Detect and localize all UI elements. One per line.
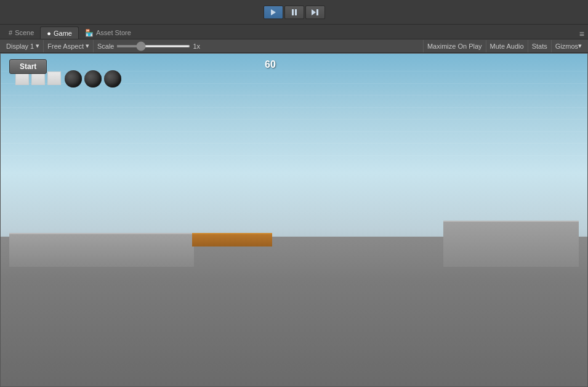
asset-store-tab-label: Asset Store (96, 29, 131, 36)
svg-rect-2 (295, 9, 297, 15)
maximize-on-play-button[interactable]: Maximize On Play (423, 40, 486, 52)
platform-left (9, 233, 194, 267)
scale-slider[interactable] (116, 45, 190, 47)
svg-rect-4 (316, 9, 318, 15)
svg-rect-1 (292, 9, 294, 15)
asset-store-tab-icon: 🏪 (85, 29, 94, 37)
scale-value: 1x (193, 43, 200, 50)
stats-label: Stats (532, 43, 547, 50)
display-selector[interactable]: Display 1 ▾ (2, 40, 44, 52)
mute-label: Mute Audio (490, 43, 524, 50)
ball-1 (65, 70, 82, 88)
play-button[interactable] (264, 6, 283, 19)
stats-button[interactable]: Stats (528, 40, 551, 52)
aspect-label: Free Aspect (47, 43, 84, 50)
score-display: 60 (265, 59, 276, 70)
start-button[interactable]: Start (9, 59, 47, 74)
gizmos-chevron-icon: ▾ (578, 42, 582, 50)
scene-tab-icon: # (9, 29, 12, 36)
pause-button[interactable] (284, 6, 304, 19)
maximize-label: Maximize On Play (427, 43, 482, 50)
mute-audio-button[interactable]: Mute Audio (486, 40, 528, 52)
svg-marker-0 (271, 9, 276, 15)
gizmos-button[interactable]: Gizmos ▾ (551, 40, 586, 52)
life-3 (47, 71, 61, 85)
step-button[interactable] (305, 6, 325, 19)
display-chevron-icon: ▾ (36, 42, 39, 50)
tab-asset-store[interactable]: 🏪 Asset Store (79, 26, 137, 39)
aspect-chevron-icon: ▾ (86, 42, 89, 50)
tab-scene[interactable]: # Scene (2, 26, 40, 39)
scale-label: Scale (97, 43, 115, 50)
ball-3 (104, 70, 121, 88)
bridge (192, 233, 272, 246)
aspect-selector[interactable]: Free Aspect ▾ (44, 40, 94, 52)
platform-right (443, 221, 579, 267)
more-tabs-button[interactable]: ≡ (579, 29, 588, 39)
display-label: Display 1 (6, 43, 34, 50)
game-tab-icon: ● (47, 30, 51, 37)
scene-tab-label: Scene (15, 29, 34, 36)
game-toolbar: Display 1 ▾ Free Aspect ▾ Scale 1x Maxim… (0, 39, 588, 53)
svg-marker-3 (312, 9, 316, 15)
scale-area: Scale 1x (94, 43, 423, 50)
gizmos-label: Gizmos (555, 43, 578, 50)
game-viewport: 60 Start (0, 53, 588, 387)
tab-game[interactable]: ● Game (40, 26, 79, 39)
toolbar-right: Maximize On Play Mute Audio Stats Gizmos… (423, 40, 586, 52)
game-tab-label: Game (54, 30, 72, 37)
balls-container (65, 70, 121, 88)
tab-bar: # Scene ● Game 🏪 Asset Store ≡ (0, 25, 588, 39)
ball-2 (84, 70, 102, 88)
top-toolbar (0, 0, 588, 25)
